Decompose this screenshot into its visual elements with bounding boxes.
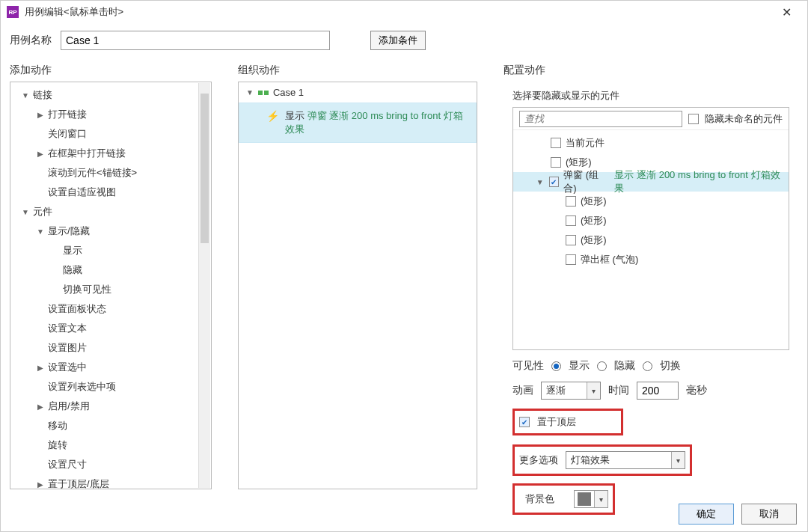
- case-name-input[interactable]: [61, 31, 330, 50]
- radio-show[interactable]: [551, 361, 561, 371]
- widget-checkbox[interactable]: [549, 177, 560, 187]
- more-options-combo[interactable]: 灯箱效果 ▾: [566, 451, 685, 469]
- case-icon: [258, 89, 269, 97]
- animation-label: 动画: [512, 384, 533, 397]
- radio-toggle-label: 切换: [660, 359, 681, 373]
- action-tree-label: 在框架中打开链接: [48, 147, 126, 159]
- action-tree-item[interactable]: 旋转: [10, 435, 211, 455]
- widget-checkbox[interactable]: [566, 235, 576, 245]
- action-tree-item[interactable]: 设置列表选中项: [10, 377, 211, 397]
- widget-row[interactable]: 当前元件: [513, 133, 789, 153]
- close-icon[interactable]: ✕: [771, 5, 801, 19]
- titlebar: RP 用例编辑<鼠标单击时> ✕: [1, 1, 807, 23]
- action-tree-item[interactable]: ▼链接: [10, 85, 211, 105]
- hide-unnamed-checkbox[interactable]: [688, 114, 699, 124]
- dialog-footer: 确定 取消: [1, 497, 807, 531]
- action-tree-item[interactable]: 关闭窗口: [10, 124, 211, 144]
- scrollbar-thumb[interactable]: [201, 94, 209, 243]
- widget-checkbox[interactable]: [551, 138, 561, 148]
- action-tree-item[interactable]: 设置面板状态: [10, 299, 211, 319]
- widget-row[interactable]: 弹出框 (气泡): [513, 250, 789, 269]
- action-tree-item[interactable]: ▼元件: [10, 202, 211, 221]
- widget-list-header: 隐藏未命名的元件: [513, 108, 789, 130]
- action-tree-label: 移动: [48, 420, 67, 431]
- add-condition-button[interactable]: 添加条件: [370, 31, 426, 50]
- action-tree-label: 启用/禁用: [48, 400, 90, 412]
- cancel-button[interactable]: 取消: [741, 504, 797, 525]
- widget-label: 当前元件: [566, 136, 605, 150]
- add-actions-column: 添加动作 ▼链接▶打开链接关闭窗口▶在框架中打开链接滚动到元件<锚链接>设置自适…: [10, 64, 212, 489]
- more-options-group: 更多选项 灯箱效果 ▾: [512, 444, 692, 476]
- widget-checkbox[interactable]: [551, 157, 561, 168]
- visibility-row: 可见性 显示 隐藏 切换: [512, 359, 789, 373]
- action-tree-label: 显示/隐藏: [48, 225, 90, 236]
- action-tree: ▼链接▶打开链接关闭窗口▶在框架中打开链接滚动到元件<锚链接>设置自适应视图▼元…: [10, 82, 211, 489]
- action-tree-item[interactable]: ▶启用/禁用: [10, 397, 211, 416]
- action-tree-label: 置于顶层/底层: [48, 478, 109, 489]
- widget-checkbox[interactable]: [566, 254, 576, 265]
- radio-hide[interactable]: [597, 361, 607, 371]
- action-tree-item[interactable]: 设置文本: [10, 319, 211, 338]
- time-input[interactable]: [637, 382, 679, 400]
- org-action-row[interactable]: ⚡ 显示 弹窗 逐渐 200 ms bring to front 灯箱效果: [239, 103, 477, 143]
- org-case-row[interactable]: ▼ Case 1: [239, 82, 477, 103]
- action-tree-item[interactable]: ▶置于顶层/底层: [10, 474, 211, 489]
- dialog-window: RP 用例编辑<鼠标单击时> ✕ 用例名称 添加条件 添加动作 ▼链接▶打开链接…: [0, 0, 808, 532]
- action-tree-item[interactable]: 切换可见性: [10, 280, 211, 299]
- action-tree-label: 显示: [63, 245, 82, 256]
- widget-label: 弹窗 (组合): [563, 168, 610, 195]
- configure-actions-column: 配置动作 选择要隐藏或显示的元件 隐藏未命名的元件 当前元件(矩形)▼弹窗 (组…: [504, 64, 798, 489]
- widget-label: 弹出框 (气泡): [581, 253, 638, 266]
- widget-row[interactable]: (矩形): [513, 230, 789, 250]
- action-tree-item[interactable]: 设置图片: [10, 338, 211, 358]
- case-name-label: 用例名称: [10, 34, 52, 47]
- animation-combo[interactable]: 逐渐 ▾: [541, 382, 601, 400]
- bring-to-front-group: 置于顶层: [512, 409, 623, 435]
- widget-label: (矩形): [566, 156, 592, 169]
- action-tree-label: 打开链接: [48, 108, 87, 120]
- search-input[interactable]: [519, 111, 682, 127]
- action-tree-item[interactable]: ▼显示/隐藏: [10, 221, 211, 241]
- svg-rect-1: [264, 91, 269, 95]
- action-tree-label: 设置文本: [48, 322, 87, 334]
- case-row: 用例名称 添加条件: [1, 23, 807, 64]
- radio-hide-label: 隐藏: [614, 359, 635, 373]
- action-tree-item[interactable]: 设置自适应视图: [10, 183, 211, 202]
- ok-button[interactable]: 确定: [679, 504, 734, 525]
- configure-actions-body: 选择要隐藏或显示的元件 隐藏未命名的元件 当前元件(矩形)▼弹窗 (组合) 显示…: [504, 82, 798, 489]
- widget-label: (矩形): [581, 214, 607, 227]
- animation-row: 动画 逐渐 ▾ 时间 毫秒: [512, 382, 789, 400]
- chevron-down-icon: ▼: [21, 208, 30, 216]
- widget-label: (矩形): [581, 195, 607, 208]
- action-tree-item[interactable]: ▶设置选中: [10, 358, 211, 377]
- widget-label: (矩形): [581, 233, 607, 247]
- radio-toggle[interactable]: [643, 361, 652, 371]
- action-tree-item[interactable]: 设置尺寸: [10, 455, 211, 474]
- scrollbar[interactable]: [198, 83, 210, 488]
- organize-actions-body: ▼ Case 1 ⚡ 显示 弹窗 逐渐 200 ms bring to fron…: [238, 82, 477, 489]
- widget-checkbox[interactable]: [566, 215, 576, 226]
- widget-row[interactable]: (矩形): [513, 211, 789, 230]
- chevron-right-icon: ▶: [36, 403, 45, 411]
- widget-checkbox[interactable]: [566, 196, 576, 207]
- bring-to-front-checkbox[interactable]: [519, 417, 530, 427]
- action-tree-item[interactable]: 移动: [10, 416, 211, 435]
- widget-group-row[interactable]: ▼弹窗 (组合) 显示 逐渐 200 ms bring to front 灯箱效…: [513, 172, 789, 192]
- widget-action-suffix: 显示 逐渐 200 ms bring to front 灯箱效果: [614, 168, 784, 195]
- action-tree-item[interactable]: ▶打开链接: [10, 105, 211, 124]
- action-tree-label: 切换可见性: [63, 284, 111, 295]
- add-actions-heading: 添加动作: [10, 64, 212, 77]
- bring-to-front-label: 置于顶层: [537, 415, 576, 429]
- action-tree-label: 设置列表选中项: [48, 381, 116, 392]
- action-tree-label: 滚动到元件<锚链接>: [48, 167, 137, 178]
- action-tree-item[interactable]: 显示: [10, 241, 211, 260]
- window-title: 用例编辑<鼠标单击时>: [25, 5, 771, 19]
- hide-unnamed-label: 隐藏未命名的元件: [705, 112, 783, 126]
- action-tree-item[interactable]: 滚动到元件<锚链接>: [10, 163, 211, 183]
- action-tree-item[interactable]: 隐藏: [10, 260, 211, 280]
- action-tree-item[interactable]: ▶在框架中打开链接: [10, 144, 211, 163]
- action-tree-label: 设置自适应视图: [48, 186, 116, 198]
- lightning-icon: ⚡: [266, 110, 279, 122]
- widget-list: 隐藏未命名的元件 当前元件(矩形)▼弹窗 (组合) 显示 逐渐 200 ms b…: [512, 107, 789, 350]
- action-tree-label: 设置尺寸: [48, 459, 87, 470]
